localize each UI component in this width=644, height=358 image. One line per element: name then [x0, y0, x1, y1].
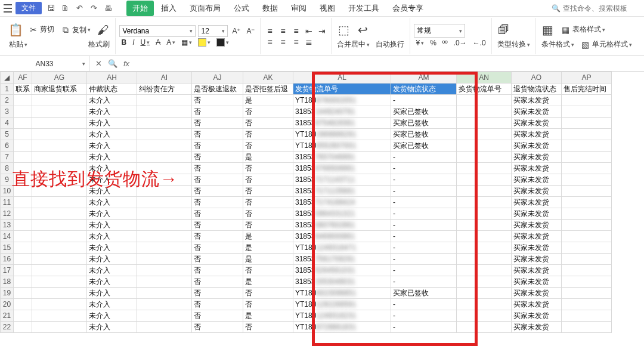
- row-header[interactable]: 7: [1, 152, 14, 163]
- row-header[interactable]: 18: [1, 276, 14, 288]
- cell[interactable]: 是: [243, 242, 293, 254]
- cell[interactable]: [14, 186, 32, 197]
- cell[interactable]: [137, 186, 192, 197]
- row-header[interactable]: 16: [1, 254, 14, 265]
- cell[interactable]: 买家未发货: [512, 265, 562, 276]
- col-header-AG[interactable]: AG: [32, 72, 87, 84]
- cell[interactable]: 是: [243, 254, 293, 265]
- underline-button[interactable]: U▾: [138, 37, 151, 48]
- cell[interactable]: [32, 152, 87, 163]
- align-top-icon[interactable]: ≡: [264, 26, 275, 36]
- cell[interactable]: 否: [192, 106, 243, 118]
- row-header[interactable]: 13: [1, 220, 14, 231]
- cell[interactable]: -: [391, 322, 457, 333]
- merge-button[interactable]: 合并居中▾: [335, 38, 371, 51]
- cell[interactable]: 否: [192, 174, 243, 186]
- indent-dec-icon[interactable]: ⇤: [304, 26, 314, 36]
- name-box[interactable]: AN33 ▾: [0, 56, 89, 71]
- col-header-AJ[interactable]: AJ: [192, 72, 243, 84]
- cell[interactable]: [457, 140, 512, 152]
- cell[interactable]: -: [391, 197, 457, 208]
- cell[interactable]: 买家未发货: [512, 140, 562, 152]
- table-row[interactable]: 9 未介入 否 否 318537171143711 - 买家未发货: [1, 174, 612, 186]
- align-bottom-icon[interactable]: ≡: [290, 26, 301, 36]
- cell[interactable]: [14, 220, 32, 231]
- cell[interactable]: 否: [243, 129, 293, 140]
- cell[interactable]: [32, 118, 87, 129]
- cell[interactable]: 退货物流状态: [512, 84, 562, 95]
- cell[interactable]: -: [391, 299, 457, 310]
- cell[interactable]: 买家未发货: [512, 310, 562, 322]
- row-header[interactable]: 10: [1, 186, 14, 197]
- cell[interactable]: [137, 242, 192, 254]
- row-header[interactable]: 12: [1, 208, 14, 220]
- cell[interactable]: [457, 118, 512, 129]
- cell[interactable]: 否: [243, 322, 293, 333]
- cell[interactable]: [137, 299, 192, 310]
- increase-font-icon[interactable]: A⁺: [230, 26, 242, 36]
- cell[interactable]: 否: [192, 152, 243, 163]
- cell[interactable]: [137, 129, 192, 140]
- cell[interactable]: [457, 288, 512, 299]
- cell[interactable]: 318535264561031: [293, 265, 391, 276]
- cell[interactable]: [14, 265, 32, 276]
- align-middle-icon[interactable]: ≡: [277, 26, 288, 36]
- tab-data[interactable]: 数据: [256, 1, 284, 16]
- cell[interactable]: [137, 197, 192, 208]
- tab-view[interactable]: 视图: [314, 1, 341, 16]
- table-row[interactable]: 20 未介入 否 否 YT1801282266591 - 买家未发货: [1, 299, 612, 310]
- cell[interactable]: 未介入: [87, 152, 137, 163]
- type-convert-button[interactable]: 类型转换▾: [496, 38, 532, 51]
- cell[interactable]: 换货物流单号: [457, 84, 512, 95]
- cell[interactable]: YT1802869886291: [293, 129, 391, 140]
- cell[interactable]: 否: [192, 197, 243, 208]
- decrease-font-icon[interactable]: A⁻: [244, 26, 256, 36]
- table-row[interactable]: 15 未介入 否 是 YT1801249316471 - 买家未发货: [1, 242, 612, 254]
- cell[interactable]: [14, 129, 32, 140]
- cell[interactable]: [137, 140, 192, 152]
- save-as-icon[interactable]: 🗎: [60, 3, 70, 14]
- cell[interactable]: [32, 140, 87, 152]
- cell[interactable]: 买家未发货: [512, 242, 562, 254]
- indent-inc-icon[interactable]: ⇥: [317, 26, 327, 36]
- cell[interactable]: [137, 106, 192, 118]
- cell[interactable]: [137, 265, 192, 276]
- cell[interactable]: 318537174188424: [293, 197, 391, 208]
- cell[interactable]: [137, 163, 192, 174]
- cell[interactable]: 买家未发货: [512, 186, 562, 197]
- command-search[interactable]: 🔍: [552, 4, 640, 13]
- table-row[interactable]: 5 未介入 否 否 YT1802869886291 买家已签收 买家未发货: [1, 129, 612, 140]
- cell[interactable]: 是否拒签后退: [243, 84, 293, 95]
- cell[interactable]: [562, 129, 612, 140]
- row-header[interactable]: 6: [1, 140, 14, 152]
- col-header-AP[interactable]: AP: [562, 72, 612, 84]
- cell[interactable]: -: [391, 242, 457, 254]
- italic-button[interactable]: I: [131, 37, 136, 48]
- cell[interactable]: [32, 208, 87, 220]
- cell[interactable]: -: [391, 152, 457, 163]
- cell[interactable]: 318530807602861: [293, 220, 391, 231]
- cell[interactable]: 318537171143711: [293, 174, 391, 186]
- cell[interactable]: [457, 231, 512, 242]
- cell[interactable]: 未介入: [87, 322, 137, 333]
- row-header[interactable]: 19: [1, 288, 14, 299]
- row-header[interactable]: 20: [1, 299, 14, 310]
- cell[interactable]: 未介入: [87, 265, 137, 276]
- cell[interactable]: [137, 276, 192, 288]
- row-header[interactable]: 2: [1, 95, 14, 106]
- cell[interactable]: [14, 174, 32, 186]
- cell[interactable]: YT1801282266591: [293, 299, 391, 310]
- tab-member[interactable]: 会员专享: [386, 1, 429, 16]
- cell[interactable]: 买家未发货: [512, 231, 562, 242]
- cell-style-button[interactable]: ▧单元格样式▾: [578, 38, 634, 51]
- cell[interactable]: [32, 197, 87, 208]
- row-header[interactable]: 3: [1, 106, 14, 118]
- cell[interactable]: 318538754829361: [293, 118, 391, 129]
- cell[interactable]: [32, 254, 87, 265]
- cell[interactable]: 未介入: [87, 197, 137, 208]
- row-header[interactable]: 15: [1, 242, 14, 254]
- cell[interactable]: [14, 208, 32, 220]
- cell[interactable]: [562, 254, 612, 265]
- font-size-select[interactable]: 12▾: [198, 25, 228, 37]
- cell[interactable]: [14, 299, 32, 310]
